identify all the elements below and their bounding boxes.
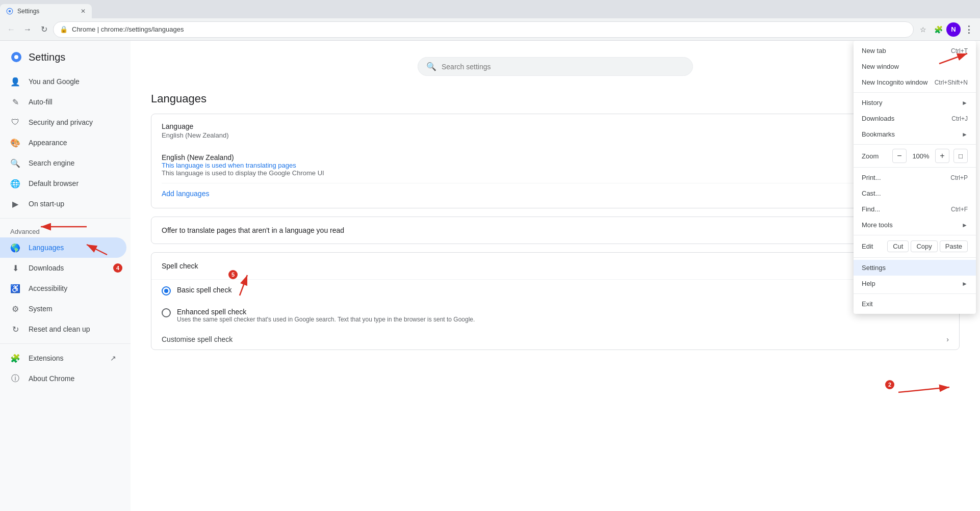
back-button[interactable]: ← xyxy=(4,22,18,37)
menu-new-tab[interactable]: New tab Ctrl+T xyxy=(854,43,976,59)
menu-new-incognito[interactable]: New Incognito window Ctrl+Shift+N xyxy=(854,74,976,90)
sidebar-item-languages[interactable]: 🌎 Languages xyxy=(0,237,126,258)
sidebar-item-security[interactable]: 🛡 Security and privacy xyxy=(0,112,126,132)
language-card-header[interactable]: Language English (New Zealand) ⌄ xyxy=(151,114,959,147)
system-icon: ⚙ xyxy=(10,304,20,314)
menu-bookmarks[interactable]: Bookmarks ► xyxy=(854,126,976,142)
spell-check-label: Spell check xyxy=(162,262,198,270)
sidebar-label-you-and-google: You and Google xyxy=(29,77,80,86)
lang-desc1: This language is used when translating p… xyxy=(162,162,324,169)
lang-entry-info: English (New Zealand) This language is u… xyxy=(162,153,324,177)
cut-button[interactable]: Cut xyxy=(887,240,909,252)
sidebar-item-autofill[interactable]: ✎ Auto-fill xyxy=(0,92,126,112)
sidebar-item-accessibility[interactable]: ♿ Accessibility xyxy=(0,278,126,299)
history-label: History xyxy=(862,99,882,106)
sidebar-item-appearance[interactable]: 🎨 Appearance xyxy=(0,132,126,153)
menu-button[interactable]: ⋮ xyxy=(962,22,976,37)
sidebar-label-on-startup: On start-up xyxy=(29,200,64,208)
extensions-icon: 🧩 xyxy=(10,353,20,363)
menu-find[interactable]: Find... Ctrl+F xyxy=(854,201,976,217)
enhanced-spell-option[interactable]: Enhanced spell check Uses the same spell… xyxy=(151,302,959,329)
menu-settings[interactable]: Settings xyxy=(854,260,976,276)
sidebar-item-on-startup[interactable]: ▶ On start-up xyxy=(0,194,126,214)
menu-downloads[interactable]: Downloads Ctrl+J xyxy=(854,111,976,126)
sidebar-item-default-browser[interactable]: 🌐 Default browser xyxy=(0,173,126,194)
find-label: Find... xyxy=(862,205,880,213)
autofill-icon: ✎ xyxy=(10,97,20,107)
reload-button[interactable]: ↻ xyxy=(37,22,51,37)
menu-zoom-row: Zoom − 100% + □ xyxy=(854,147,976,165)
sidebar-divider-2 xyxy=(0,343,131,344)
paste-button[interactable]: Paste xyxy=(940,240,968,252)
bookmarks-arrow-icon: ► xyxy=(962,131,968,138)
basic-radio-button[interactable] xyxy=(162,286,171,295)
browser-tab[interactable]: Settings ✕ xyxy=(0,4,92,18)
tab-close-icon[interactable]: ✕ xyxy=(81,8,86,15)
person-icon: 👤 xyxy=(10,76,20,87)
menu-cast[interactable]: Cast... xyxy=(854,185,976,201)
basic-spell-option[interactable]: Basic spell check xyxy=(151,280,959,302)
menu-divider-5 xyxy=(854,257,976,258)
downloads-label: Downloads xyxy=(862,115,894,122)
profile-button[interactable]: N xyxy=(946,22,961,37)
menu-exit[interactable]: Exit xyxy=(854,296,976,312)
zoom-in-button[interactable]: + xyxy=(935,149,949,163)
extension-puzzle-button[interactable]: 🧩 xyxy=(931,22,945,37)
search-input[interactable] xyxy=(442,63,684,71)
help-arrow-icon: ► xyxy=(962,280,968,287)
address-text: Chrome | chrome://settings/languages xyxy=(72,25,907,33)
sidebar-item-about[interactable]: ⓘ About Chrome xyxy=(0,368,126,389)
menu-divider-4 xyxy=(854,235,976,235)
sidebar-item-you-and-google[interactable]: 👤 You and Google xyxy=(0,71,126,92)
tab-title: Settings xyxy=(17,8,39,15)
enhanced-radio-label: Enhanced spell check Uses the same spell… xyxy=(177,308,475,323)
sidebar-item-reset[interactable]: ↻ Reset and clean up xyxy=(0,319,126,339)
sidebar-item-extensions[interactable]: 🧩 Extensions ↗ xyxy=(0,348,126,368)
history-arrow-icon: ► xyxy=(962,99,968,106)
new-tab-shortcut: Ctrl+T xyxy=(951,47,968,55)
customise-spell-row[interactable]: Customise spell check › xyxy=(151,329,959,349)
add-languages-button[interactable]: Add languages xyxy=(162,183,209,200)
search-bar[interactable]: 🔍 xyxy=(418,57,693,76)
menu-print[interactable]: Print... Ctrl+P xyxy=(854,170,976,185)
lang-card-title: Language xyxy=(162,122,229,130)
address-bar[interactable]: 🔒 Chrome | chrome://settings/languages xyxy=(53,21,914,38)
edit-label: Edit xyxy=(862,243,873,250)
cast-label: Cast... xyxy=(862,190,881,197)
browser-icon: 🌐 xyxy=(10,178,20,189)
sidebar: Settings 👤 You and Google ✎ Auto-fill 🛡 … xyxy=(0,41,131,511)
sidebar-item-search-engine[interactable]: 🔍 Search engine xyxy=(0,153,126,173)
sidebar-item-system[interactable]: ⚙ System xyxy=(0,299,126,319)
svg-point-1 xyxy=(9,10,11,13)
menu-help[interactable]: Help ► xyxy=(854,276,976,291)
search-icon: 🔍 xyxy=(426,62,436,71)
zoom-fullscreen-button[interactable]: □ xyxy=(953,149,968,163)
sidebar-label-system: System xyxy=(29,305,53,313)
accessibility-icon: ♿ xyxy=(10,283,20,293)
badge-4: 4 xyxy=(113,263,122,273)
menu-new-window[interactable]: New window xyxy=(854,59,976,74)
zoom-label: Zoom xyxy=(862,152,879,160)
zoom-controls: − 100% + □ xyxy=(892,149,968,163)
menu-divider-6 xyxy=(854,293,976,294)
bookmark-star-button[interactable]: ☆ xyxy=(916,22,930,37)
sidebar-label-search-engine: Search engine xyxy=(29,159,74,167)
menu-history[interactable]: History ► xyxy=(854,95,976,111)
downloads-shortcut: Ctrl+J xyxy=(951,115,968,122)
spell-check-card: Spell check Basic spell check Enhanced s… xyxy=(151,252,960,350)
forward-button[interactable]: → xyxy=(20,22,35,37)
settings-logo-icon xyxy=(10,51,22,63)
zoom-out-button[interactable]: − xyxy=(892,149,907,163)
lang-header-left: Language English (New Zealand) xyxy=(162,122,229,139)
extensions-external-icon: ↗ xyxy=(110,354,116,362)
downloads-icon: ⬇ xyxy=(10,263,20,273)
menu-more-tools[interactable]: More tools ► xyxy=(854,217,976,233)
spell-check-header: Spell check xyxy=(151,253,959,280)
sidebar-item-downloads[interactable]: ⬇ Downloads 4 xyxy=(0,258,126,278)
enhanced-radio-button[interactable] xyxy=(162,308,171,317)
sidebar-label-downloads: Downloads xyxy=(29,264,64,272)
sidebar-label-accessibility: Accessibility xyxy=(29,284,67,292)
copy-button[interactable]: Copy xyxy=(911,240,937,252)
lang-entry: English (New Zealand) This language is u… xyxy=(162,147,949,183)
lang-desc2: This language is used to display the Goo… xyxy=(162,169,324,177)
